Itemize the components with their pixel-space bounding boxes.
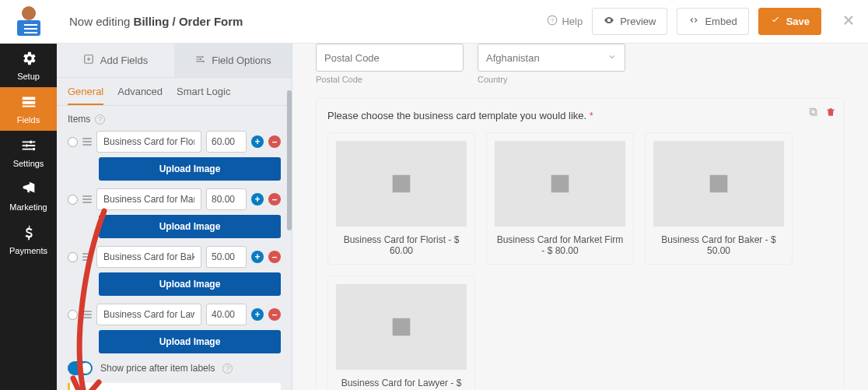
- drag-handle-icon[interactable]: [82, 311, 92, 318]
- question-text: Please choose the business card template…: [327, 110, 590, 121]
- items-field-block[interactable]: Please choose the business card template…: [316, 98, 845, 390]
- plus-box-icon: [83, 54, 94, 67]
- add-item-button[interactable]: +: [251, 308, 264, 321]
- subtab-general[interactable]: General: [68, 86, 103, 105]
- remove-item-button[interactable]: –: [268, 251, 281, 263]
- embed-button[interactable]: Embed: [677, 8, 748, 35]
- item-caption: Business Card for Market Firm - $ 80.00: [495, 234, 625, 256]
- embed-label: Embed: [705, 16, 737, 27]
- upload-image-button[interactable]: Upload Image: [99, 272, 281, 296]
- country-select[interactable]: Afghanistan: [478, 44, 625, 72]
- preview-button[interactable]: Preview: [592, 8, 667, 35]
- select-value: Afghanistan: [486, 52, 540, 64]
- drag-handle-icon[interactable]: [82, 138, 92, 146]
- editing-prefix: Now editing: [69, 15, 134, 28]
- sidebar: Setup Fields Settings Marketing Payments: [0, 0, 57, 390]
- svg-point-8: [203, 61, 205, 62]
- item-row: + – Upload Image: [68, 246, 281, 296]
- item-price-input[interactable]: [206, 188, 247, 210]
- add-item-button[interactable]: +: [251, 251, 264, 263]
- subtab-smart-logic[interactable]: Smart Logic: [177, 86, 230, 105]
- item-row: + – Upload Image: [68, 188, 281, 238]
- help-label: Help: [562, 16, 583, 27]
- item-caption: Business Card for Baker - $ 50.00: [653, 234, 784, 256]
- add-item-button[interactable]: +: [251, 193, 264, 206]
- radio-icon[interactable]: [68, 252, 78, 262]
- drag-handle-icon[interactable]: [82, 195, 92, 203]
- postal-code-input[interactable]: Postal Code: [316, 44, 464, 72]
- add-item-button[interactable]: +: [251, 135, 264, 148]
- radio-icon[interactable]: [68, 137, 78, 147]
- item-price-input[interactable]: [206, 246, 247, 268]
- save-label: Save: [786, 16, 810, 27]
- item-choice[interactable]: Business Card for Florist - $ 60.00: [327, 132, 475, 265]
- help-icon[interactable]: ?: [95, 114, 105, 125]
- svg-point-1: [25, 144, 28, 147]
- bullhorn-icon: [20, 181, 37, 199]
- item-name-input[interactable]: [96, 188, 201, 210]
- page-title: Now editing Billing / Order Form: [69, 15, 243, 28]
- item-choice[interactable]: Business Card for Lawyer - $ 40.00: [327, 276, 475, 390]
- nav-label: Fields: [17, 115, 40, 125]
- nav-payments[interactable]: Payments: [0, 218, 57, 262]
- nav-label: Setup: [17, 72, 40, 81]
- remove-item-button[interactable]: –: [268, 135, 281, 148]
- field-question: Please choose the business card template…: [327, 110, 833, 121]
- panel-scrollbar[interactable]: [287, 90, 292, 230]
- item-row: + – Upload Image: [68, 304, 281, 353]
- tab-field-options[interactable]: Field Options: [174, 44, 292, 77]
- item-row: + – Upload Image: [68, 131, 281, 181]
- nav-label: Payments: [9, 246, 47, 255]
- radio-icon[interactable]: [68, 195, 78, 205]
- nav-label: Settings: [13, 159, 44, 168]
- nav-setup[interactable]: Setup: [0, 44, 57, 87]
- tab-add-fields[interactable]: Add Fields: [57, 44, 174, 77]
- item-choice[interactable]: Business Card for Market Firm - $ 80.00: [486, 132, 634, 265]
- nav-label: Marketing: [9, 202, 47, 212]
- upload-image-button[interactable]: Upload Image: [99, 215, 281, 238]
- svg-rect-9: [811, 110, 817, 115]
- nav-marketing[interactable]: Marketing: [0, 174, 57, 218]
- nav-fields[interactable]: Fields: [0, 87, 57, 131]
- close-icon: [842, 16, 856, 30]
- trash-icon[interactable]: [825, 107, 836, 121]
- show-price-toggle[interactable]: [68, 361, 93, 375]
- preview-label: Preview: [620, 16, 656, 27]
- item-name-input[interactable]: [96, 304, 201, 325]
- radio-icon[interactable]: [68, 310, 78, 320]
- nav-settings[interactable]: Settings: [0, 131, 57, 174]
- image-placeholder-icon: [495, 141, 625, 227]
- check-icon: [770, 15, 781, 28]
- toggle-label: Show price after item labels: [100, 363, 215, 374]
- item-price-input[interactable]: [206, 131, 247, 153]
- tab-label: Add Fields: [100, 54, 148, 66]
- form-preview: Postal Code Postal Code Afghanistan Coun…: [292, 44, 868, 390]
- help-link[interactable]: ? Help: [547, 15, 583, 28]
- duplicate-icon[interactable]: [808, 107, 819, 121]
- sliders-icon: [20, 137, 37, 156]
- info-notice: Images are not cropped or resized. For b…: [68, 383, 281, 390]
- tab-label: Field Options: [212, 54, 271, 66]
- item-price-input[interactable]: [206, 304, 247, 325]
- svg-point-0: [29, 141, 32, 144]
- code-icon: [688, 15, 699, 28]
- remove-item-button[interactable]: –: [268, 308, 281, 321]
- remove-item-button[interactable]: –: [268, 193, 281, 206]
- upload-image-button[interactable]: Upload Image: [99, 157, 281, 181]
- svg-point-13: [714, 179, 717, 182]
- field-sublabel: Country: [478, 75, 625, 84]
- help-icon[interactable]: ?: [222, 364, 233, 374]
- item-caption: Business Card for Lawyer - $ 40.00: [336, 378, 467, 390]
- close-button[interactable]: [842, 13, 856, 30]
- svg-rect-10: [810, 108, 815, 114]
- save-button[interactable]: Save: [758, 8, 821, 35]
- item-name-input[interactable]: [96, 131, 201, 153]
- upload-image-button[interactable]: Upload Image: [99, 330, 281, 353]
- subtab-advanced[interactable]: Advanced: [117, 86, 163, 105]
- item-name-input[interactable]: [96, 246, 201, 268]
- item-choice[interactable]: Business Card for Baker - $ 50.00: [645, 132, 793, 265]
- svg-point-11: [397, 179, 400, 182]
- topbar: Now editing Billing / Order Form ? Help …: [57, 0, 868, 44]
- svg-point-2: [32, 148, 35, 151]
- drag-handle-icon[interactable]: [82, 253, 92, 261]
